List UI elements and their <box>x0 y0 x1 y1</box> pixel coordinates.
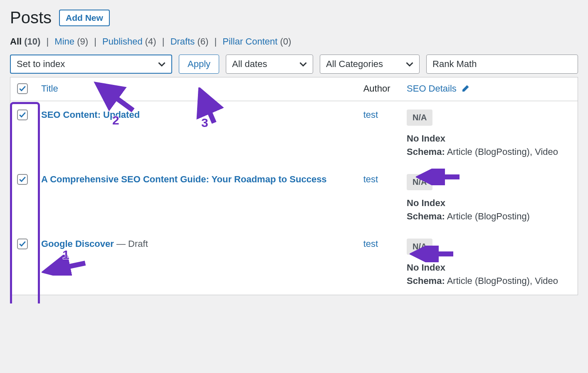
row-checkbox[interactable] <box>17 109 28 120</box>
search-input[interactable] <box>426 55 578 74</box>
seo-score-badge: N/A <box>407 239 432 255</box>
seo-schema: Schema: Article (BlogPosting), Video <box>407 147 571 157</box>
filter-published[interactable]: Published (4) <box>102 36 159 47</box>
row-checkbox[interactable] <box>17 174 28 185</box>
draft-label: — Draft <box>114 239 148 249</box>
page-title: Posts <box>10 8 52 27</box>
filter-mine[interactable]: Mine (9) <box>54 36 91 47</box>
post-title-link[interactable]: A Comprehensive SEO Content Guide: Your … <box>41 174 327 184</box>
status-filter-bar: All (10) | Mine (9) | Published (4) | Dr… <box>10 36 578 47</box>
seo-score-badge: N/A <box>407 174 432 190</box>
author-link[interactable]: test <box>363 109 378 120</box>
table-row: Google Discover — Draft test N/A No Inde… <box>10 230 578 295</box>
filter-all[interactable]: All (10) <box>10 36 43 47</box>
column-header-author: Author <box>357 77 400 101</box>
chevron-down-icon <box>406 59 413 70</box>
post-title-link[interactable]: Google Discover <box>41 239 114 249</box>
seo-index-status: No Index <box>407 262 571 273</box>
seo-index-status: No Index <box>407 133 571 144</box>
table-row: A Comprehensive SEO Content Guide: Your … <box>10 166 578 230</box>
seo-index-status: No Index <box>407 198 571 209</box>
column-header-seo[interactable]: SEO Details <box>407 83 470 94</box>
seo-schema: Schema: Article (BlogPosting), Video <box>407 276 571 286</box>
add-new-button[interactable]: Add New <box>59 10 110 26</box>
post-title-link[interactable]: SEO Content: Updated <box>41 109 140 120</box>
categories-select[interactable]: All Categories <box>320 55 420 74</box>
chevron-down-icon <box>299 59 307 70</box>
author-link[interactable]: test <box>363 239 378 249</box>
table-row: SEO Content: Updated test N/A No Index S… <box>10 101 578 166</box>
seo-schema: Schema: Article (BlogPosting) <box>407 211 571 222</box>
pencil-icon <box>462 84 470 95</box>
posts-table: Title Author SEO Details <box>10 77 578 295</box>
filter-pillar[interactable]: Pillar Content (0) <box>222 36 291 47</box>
author-link[interactable]: test <box>363 174 378 184</box>
seo-score-badge: N/A <box>407 109 432 126</box>
select-all-checkbox[interactable] <box>17 83 28 94</box>
chevron-down-icon <box>158 59 166 70</box>
dates-select[interactable]: All dates <box>226 55 313 74</box>
column-header-title[interactable]: Title <box>41 83 58 94</box>
apply-button[interactable]: Apply <box>179 55 219 74</box>
filter-drafts[interactable]: Drafts (6) <box>170 36 211 47</box>
bulk-action-select[interactable]: Set to index <box>10 55 172 74</box>
row-checkbox[interactable] <box>17 239 28 249</box>
